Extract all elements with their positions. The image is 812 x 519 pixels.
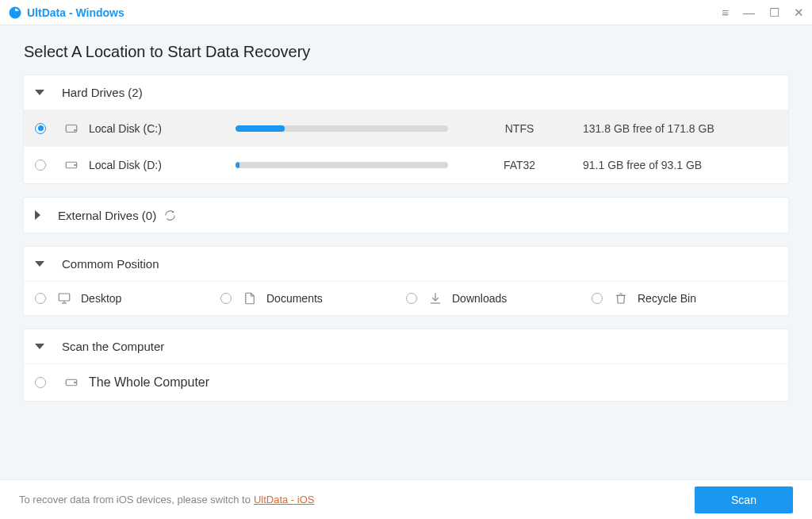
hard-drives-title: Hard Drives (2) bbox=[62, 86, 143, 99]
window-controls: ≡ — ☐ ✕ bbox=[722, 6, 804, 18]
common-label: Downloads bbox=[452, 292, 507, 305]
common-item-downloads[interactable]: Downloads bbox=[406, 291, 592, 306]
svg-point-4 bbox=[75, 164, 76, 166]
scan-computer-header[interactable]: Scan the Computer bbox=[24, 329, 788, 364]
common-item-recycle-bin[interactable]: Recycle Bin bbox=[592, 291, 777, 306]
svg-point-10 bbox=[75, 382, 76, 383]
footer-prompt: To recover data from iOS devices, please… bbox=[19, 494, 251, 506]
maximize-icon[interactable]: ☐ bbox=[769, 6, 779, 18]
common-label: Recycle Bin bbox=[638, 292, 696, 305]
external-drives-panel: External Drives (0) bbox=[24, 198, 788, 233]
page-title: Select A Location to Start Data Recovery bbox=[24, 43, 788, 61]
document-icon bbox=[243, 291, 259, 306]
drive-name: Local Disk (D:) bbox=[89, 159, 236, 171]
refresh-icon[interactable] bbox=[164, 210, 176, 221]
close-icon[interactable]: ✕ bbox=[794, 6, 804, 18]
hard-drives-header[interactable]: Hard Drives (2) bbox=[24, 75, 788, 110]
desktop-icon bbox=[57, 291, 73, 306]
computer-icon bbox=[63, 375, 79, 390]
ultdata-ios-link[interactable]: UltData - iOS bbox=[254, 494, 315, 506]
drive-fs: FAT32 bbox=[472, 159, 567, 171]
app-logo-icon bbox=[8, 6, 22, 20]
common-position-panel: Commom Position Desktop Documents bbox=[24, 247, 788, 315]
whole-computer-row[interactable]: The Whole Computer bbox=[24, 364, 788, 401]
common-position-header[interactable]: Commom Position bbox=[24, 247, 788, 282]
chevron-down-icon[interactable] bbox=[35, 261, 44, 267]
common-radio[interactable] bbox=[220, 293, 232, 304]
drive-free-text: 131.8 GB free of 171.8 GB bbox=[583, 122, 714, 135]
download-icon bbox=[428, 291, 444, 306]
drive-row[interactable]: Local Disk (C:) NTFS 131.8 GB free of 17… bbox=[24, 110, 788, 147]
external-drives-title: External Drives (0) bbox=[58, 209, 156, 222]
external-drives-header[interactable]: External Drives (0) bbox=[24, 198, 788, 233]
scan-computer-title: Scan the Computer bbox=[62, 340, 164, 353]
drive-name: Local Disk (C:) bbox=[89, 122, 236, 135]
disk-icon bbox=[63, 157, 79, 173]
hard-drives-panel: Hard Drives (2) Local Disk (C:) NTFS 131… bbox=[24, 75, 788, 183]
scan-button[interactable]: Scan bbox=[695, 486, 793, 513]
disk-icon bbox=[63, 121, 79, 136]
common-radio[interactable] bbox=[406, 293, 417, 304]
window-title: UltData - Windows bbox=[27, 6, 124, 19]
common-position-title: Commom Position bbox=[62, 257, 159, 271]
chevron-down-icon[interactable] bbox=[35, 344, 44, 349]
footer: To recover data from iOS devices, please… bbox=[0, 479, 812, 519]
titlebar: UltData - Windows ≡ — ☐ ✕ bbox=[0, 0, 812, 25]
drive-free-text: 91.1 GB free of 93.1 GB bbox=[583, 159, 702, 171]
whole-computer-radio[interactable] bbox=[35, 377, 46, 388]
minimize-icon[interactable]: — bbox=[743, 6, 755, 18]
chevron-down-icon[interactable] bbox=[35, 90, 44, 95]
whole-computer-label: The Whole Computer bbox=[89, 375, 209, 390]
drive-row[interactable]: Local Disk (D:) FAT32 91.1 GB free of 93… bbox=[24, 147, 788, 183]
common-label: Desktop bbox=[81, 292, 121, 305]
svg-rect-5 bbox=[59, 294, 70, 301]
common-radio[interactable] bbox=[35, 293, 46, 304]
common-item-desktop[interactable]: Desktop bbox=[35, 291, 220, 306]
drive-fs: NTFS bbox=[472, 122, 567, 135]
recycle-bin-icon bbox=[614, 291, 630, 306]
chevron-right-icon[interactable] bbox=[35, 210, 40, 220]
common-label: Documents bbox=[266, 292, 323, 305]
scan-computer-panel: Scan the Computer The Whole Computer bbox=[24, 329, 788, 401]
drive-radio[interactable] bbox=[35, 123, 46, 134]
svg-point-1 bbox=[75, 129, 76, 131]
menu-icon[interactable]: ≡ bbox=[722, 6, 729, 18]
drive-usage-bar bbox=[236, 162, 448, 168]
drive-usage-bar bbox=[236, 125, 448, 132]
drive-radio[interactable] bbox=[35, 160, 46, 171]
common-radio[interactable] bbox=[592, 293, 603, 304]
common-item-documents[interactable]: Documents bbox=[220, 291, 406, 306]
